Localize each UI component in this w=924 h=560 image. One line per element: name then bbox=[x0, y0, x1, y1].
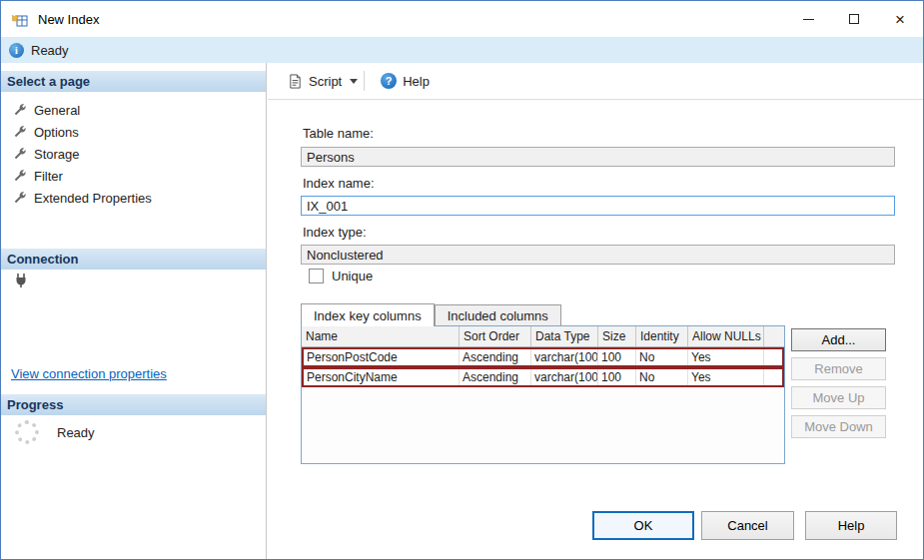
sidebar-item-label: Storage bbox=[34, 147, 80, 162]
minimize-button[interactable] bbox=[785, 1, 831, 37]
help-button[interactable]: Help bbox=[805, 511, 897, 540]
connection-plug-icon bbox=[13, 273, 29, 288]
cell-identity: No bbox=[636, 349, 688, 365]
cell-filler bbox=[764, 349, 782, 365]
info-icon: i bbox=[9, 43, 24, 58]
sidebar-item-filter[interactable]: Filter bbox=[1, 165, 266, 187]
form-content: Table name: Index name: Index type: Uniq… bbox=[268, 100, 923, 559]
close-button[interactable]: × bbox=[877, 1, 923, 37]
cell-sort-order: Ascending bbox=[460, 369, 531, 385]
grid-header-filler bbox=[764, 326, 784, 346]
add-button[interactable]: Add... bbox=[791, 328, 886, 351]
cell-sort-order: Ascending bbox=[460, 349, 531, 365]
script-button[interactable]: Script bbox=[282, 70, 348, 93]
index-type-field bbox=[301, 245, 895, 265]
sidebar-item-label: Filter bbox=[34, 169, 63, 184]
cell-name: PersonCityName bbox=[304, 369, 460, 385]
column-header-sort-order[interactable]: Sort Order bbox=[460, 326, 531, 346]
wrench-icon bbox=[13, 103, 27, 117]
page-list: General Options Storage Filter Extended … bbox=[1, 99, 266, 209]
cell-data-type: varchar(100 bbox=[531, 369, 598, 385]
help-button-label: Help bbox=[403, 74, 430, 89]
new-index-dialog: New Index × i Ready Select a page Genera… bbox=[0, 0, 924, 560]
progress-spinner-icon bbox=[15, 420, 39, 444]
status-text: Ready bbox=[31, 43, 69, 58]
view-connection-properties-link[interactable]: View connection properties bbox=[11, 366, 167, 381]
column-header-allow-nulls[interactable]: Allow NULLs bbox=[688, 326, 764, 346]
maximize-icon bbox=[849, 14, 859, 24]
wrench-icon bbox=[13, 191, 27, 205]
column-header-data-type[interactable]: Data Type bbox=[531, 326, 598, 346]
index-name-label: Index name: bbox=[303, 176, 375, 191]
title-bar: New Index × bbox=[1, 1, 923, 37]
column-header-size[interactable]: Size bbox=[598, 326, 636, 346]
maximize-button[interactable] bbox=[831, 1, 877, 37]
script-button-label: Script bbox=[309, 74, 342, 89]
new-index-icon bbox=[11, 10, 29, 28]
move-down-button: Move Down bbox=[791, 415, 886, 438]
sidebar-item-label: Options bbox=[34, 125, 79, 140]
cell-identity: No bbox=[636, 369, 688, 385]
column-header-name[interactable]: Name bbox=[302, 326, 460, 346]
cell-data-type: varchar(100 bbox=[531, 349, 598, 365]
grid-row-personcityname[interactable]: PersonCityName Ascending varchar(100 100… bbox=[302, 367, 784, 387]
cell-allow-nulls: Yes bbox=[688, 349, 764, 365]
sidebar-item-label: General bbox=[34, 103, 80, 118]
grid-row-personpostcode[interactable]: PersonPostCode Ascending varchar(100 100… bbox=[302, 347, 784, 367]
script-document-icon bbox=[288, 74, 303, 89]
index-type-label: Index type: bbox=[303, 225, 367, 240]
grid-header-row: Name Sort Order Data Type Size Identity … bbox=[302, 326, 784, 347]
help-question-icon: ? bbox=[381, 73, 397, 89]
toolbar: Script ? Help bbox=[268, 63, 923, 100]
window-title: New Index bbox=[38, 12, 99, 27]
table-name-field bbox=[301, 147, 895, 167]
script-dropdown-caret-icon[interactable] bbox=[350, 79, 358, 84]
help-toolbar-button[interactable]: ? Help bbox=[375, 69, 436, 93]
progress-status-row: Ready bbox=[15, 420, 95, 444]
wrench-icon bbox=[13, 147, 27, 161]
unique-checkbox[interactable] bbox=[309, 269, 324, 283]
sidebar-item-extended-properties[interactable]: Extended Properties bbox=[1, 187, 266, 209]
progress-header: Progress bbox=[1, 394, 266, 415]
index-name-field[interactable] bbox=[301, 196, 895, 216]
column-header-identity[interactable]: Identity bbox=[636, 326, 688, 346]
wrench-icon bbox=[13, 125, 27, 139]
remove-button: Remove bbox=[791, 357, 886, 380]
select-a-page-header: Select a page bbox=[1, 71, 266, 92]
cell-size: 100 bbox=[598, 369, 636, 385]
cell-name: PersonPostCode bbox=[304, 349, 460, 365]
move-up-button: Move Up bbox=[791, 386, 886, 409]
sidebar-item-options[interactable]: Options bbox=[1, 121, 266, 143]
toolbar-separator bbox=[364, 71, 365, 91]
connection-header: Connection bbox=[1, 249, 266, 270]
sidebar-item-general[interactable]: General bbox=[1, 99, 266, 121]
minimize-icon bbox=[803, 19, 814, 20]
cell-filler bbox=[764, 369, 782, 385]
unique-checkbox-label: Unique bbox=[332, 269, 373, 283]
cancel-button[interactable]: Cancel bbox=[701, 511, 794, 540]
tab-index-key-columns[interactable]: Index key columns bbox=[301, 303, 435, 326]
tab-included-columns[interactable]: Included columns bbox=[435, 304, 561, 325]
window-controls: × bbox=[785, 1, 923, 37]
ok-button[interactable]: OK bbox=[592, 511, 694, 540]
cell-allow-nulls: Yes bbox=[688, 369, 764, 385]
table-name-label: Table name: bbox=[303, 126, 374, 141]
sidebar: Select a page General Options Storage Fi… bbox=[1, 63, 267, 559]
progress-status-text: Ready bbox=[57, 425, 95, 440]
wrench-icon bbox=[13, 169, 27, 183]
cell-size: 100 bbox=[598, 349, 636, 365]
unique-checkbox-row: Unique bbox=[309, 269, 373, 283]
sidebar-item-storage[interactable]: Storage bbox=[1, 143, 266, 165]
status-strip: i Ready bbox=[1, 37, 923, 63]
columns-tabs: Index key columns Included columns bbox=[301, 303, 561, 325]
sidebar-item-label: Extended Properties bbox=[34, 191, 152, 206]
index-key-columns-grid: Name Sort Order Data Type Size Identity … bbox=[301, 325, 785, 464]
main-panel: Script ? Help Table name: Index name: In… bbox=[268, 63, 923, 559]
close-icon: × bbox=[895, 11, 905, 28]
